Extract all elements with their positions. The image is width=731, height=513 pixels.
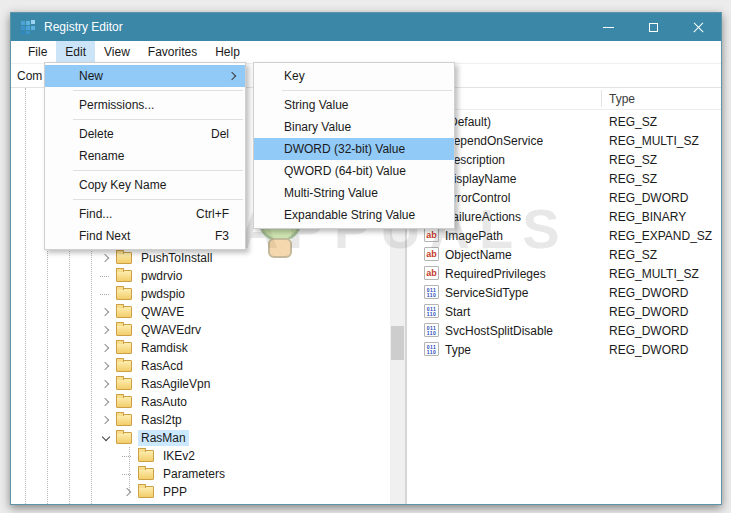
menu-item-key[interactable]: Key xyxy=(254,65,454,87)
tree-item-rasman[interactable]: RasMan xyxy=(11,429,389,447)
type-column-header[interactable]: Type xyxy=(609,92,635,106)
menu-item-find[interactable]: Find...Ctrl+F xyxy=(45,203,245,225)
menu-item-label: Key xyxy=(284,69,438,83)
menu-item-new[interactable]: New xyxy=(45,65,245,87)
value-row-requiredprivileges[interactable]: abRequiredPrivilegesREG_MULTI_SZ xyxy=(407,264,721,283)
folder-icon xyxy=(116,360,132,372)
menubar-item-edit[interactable]: Edit xyxy=(56,41,95,63)
tree-item-label[interactable]: IKEv2 xyxy=(160,448,198,464)
expand-chevron-icon[interactable] xyxy=(99,395,113,409)
tree-item-label[interactable]: Parameters xyxy=(160,466,228,482)
value-row-objectname[interactable]: abObjectNameREG_SZ xyxy=(407,245,721,264)
tree-item-label[interactable]: RasAcd xyxy=(138,358,186,374)
menu-bar: FileEditViewFavoritesHelp xyxy=(11,41,721,64)
value-name: RequiredPrivileges xyxy=(445,267,546,281)
value-row-servicesidtype[interactable]: 011110ServiceSidTypeREG_DWORD xyxy=(407,283,721,302)
expand-chevron-icon[interactable] xyxy=(99,251,113,265)
tree-item-label[interactable]: RasMan xyxy=(138,430,189,446)
minimize-button[interactable] xyxy=(586,13,631,41)
string-value-icon: ab xyxy=(424,266,439,280)
value-name: SvcHostSplitDisable xyxy=(445,324,553,338)
tree-scrollbar-thumb[interactable] xyxy=(391,326,404,360)
maximize-button[interactable] xyxy=(631,13,676,41)
menu-item-multi-string-value[interactable]: Multi-String Value xyxy=(254,182,454,204)
expand-chevron-icon[interactable] xyxy=(99,377,113,391)
menu-item-expandable-string-value[interactable]: Expandable String Value xyxy=(254,204,454,226)
value-row-type[interactable]: 011110TypeREG_DWORD xyxy=(407,340,721,359)
menubar-item-file[interactable]: File xyxy=(19,41,56,63)
column-separator[interactable] xyxy=(601,90,602,107)
tree-item-rasauto[interactable]: RasAuto xyxy=(11,393,389,411)
menu-item-binary-value[interactable]: Binary Value xyxy=(254,116,454,138)
menubar-item-view[interactable]: View xyxy=(95,41,139,63)
menu-separator xyxy=(73,119,243,120)
value-name: ObjectName xyxy=(445,248,512,262)
expand-chevron-icon[interactable] xyxy=(99,305,113,319)
value-row-start[interactable]: 011110StartREG_DWORD xyxy=(407,302,721,321)
menu-separator xyxy=(73,199,243,200)
menu-item-delete[interactable]: DeleteDel xyxy=(45,123,245,145)
folder-icon xyxy=(138,468,154,480)
menu-item-label: Permissions... xyxy=(79,98,229,112)
tree-item-label[interactable]: RasAuto xyxy=(138,394,190,410)
tree-item-ppp[interactable]: PPP xyxy=(11,483,389,501)
menubar-item-help[interactable]: Help xyxy=(206,41,249,63)
menu-item-rename[interactable]: Rename xyxy=(45,145,245,167)
tree-item-label[interactable]: RasAgileVpn xyxy=(138,376,213,392)
folder-icon xyxy=(116,270,132,282)
menu-item-copy-key-name[interactable]: Copy Key Name xyxy=(45,174,245,196)
menu-item-qword-64-bit-value[interactable]: QWORD (64-bit) Value xyxy=(254,160,454,182)
expand-chevron-icon[interactable] xyxy=(121,485,135,499)
tree-item-label[interactable]: pwdrvio xyxy=(138,268,185,284)
tree-item-label[interactable]: PushToInstall xyxy=(138,250,215,266)
value-name: Type xyxy=(445,343,471,357)
value-type: REG_SZ xyxy=(609,172,657,186)
tree-item-rasl2tp[interactable]: Rasl2tp xyxy=(11,411,389,429)
menu-item-label: Delete xyxy=(79,127,193,141)
menu-item-dword-32-bit-value[interactable]: DWORD (32-bit) Value xyxy=(254,138,454,160)
tree-item-qwave[interactable]: QWAVE xyxy=(11,303,389,321)
minimize-icon xyxy=(603,27,614,28)
value-name: DisplayName xyxy=(445,172,516,186)
address-text: Com xyxy=(17,69,42,83)
binary-value-icon: 011110 xyxy=(424,285,439,299)
menu-item-label: Expandable String Value xyxy=(284,208,438,222)
tree-item-label[interactable]: Rasl2tp xyxy=(138,412,185,428)
folder-icon xyxy=(116,288,132,300)
tree-item-rasagilevpn[interactable]: RasAgileVpn xyxy=(11,375,389,393)
expand-chevron-icon[interactable] xyxy=(99,359,113,373)
tree-item-rasacd[interactable]: RasAcd xyxy=(11,357,389,375)
tree-item-parameters[interactable]: Parameters xyxy=(11,465,389,483)
tree-item-qwavedrv[interactable]: QWAVEdrv xyxy=(11,321,389,339)
tree-item-label[interactable]: pwdspio xyxy=(138,286,188,302)
collapse-chevron-icon[interactable] xyxy=(99,431,113,445)
value-name: ServiceSidType xyxy=(445,286,528,300)
menu-item-label: Find Next xyxy=(79,229,197,243)
folder-icon xyxy=(116,396,132,408)
menu-separator xyxy=(282,90,452,91)
expand-chevron-icon[interactable] xyxy=(99,323,113,337)
menu-item-label: String Value xyxy=(284,98,438,112)
tree-item-label[interactable]: Ramdisk xyxy=(138,340,191,356)
tree-item-label[interactable]: QWAVEdrv xyxy=(138,322,204,338)
menu-item-string-value[interactable]: String Value xyxy=(254,94,454,116)
tree-item-pushtoinstall[interactable]: PushToInstall xyxy=(11,249,389,267)
tree-item-ramdisk[interactable]: Ramdisk xyxy=(11,339,389,357)
tree-item-pwdrvio[interactable]: pwdrvio xyxy=(11,267,389,285)
tree-item-ikev2[interactable]: IKEv2 xyxy=(11,447,389,465)
tree-item-pwdspio[interactable]: pwdspio xyxy=(11,285,389,303)
value-name: DependOnService xyxy=(445,134,543,148)
menu-item-permissions[interactable]: Permissions... xyxy=(45,94,245,116)
expand-chevron-icon[interactable] xyxy=(99,413,113,427)
menu-item-label: Binary Value xyxy=(284,120,438,134)
menu-item-find-next[interactable]: Find NextF3 xyxy=(45,225,245,247)
close-button[interactable] xyxy=(676,13,721,41)
tree-leaf-connector xyxy=(99,269,113,283)
tree-item-label[interactable]: PPP xyxy=(160,484,190,500)
expand-chevron-icon[interactable] xyxy=(99,341,113,355)
value-row-svchostsplitdisable[interactable]: 011110SvcHostSplitDisableREG_DWORD xyxy=(407,321,721,340)
menubar-item-favorites[interactable]: Favorites xyxy=(139,41,206,63)
title-bar: Registry Editor xyxy=(11,13,721,41)
tree-item-label[interactable]: QWAVE xyxy=(138,304,187,320)
tree-leaf-connector xyxy=(121,467,135,481)
